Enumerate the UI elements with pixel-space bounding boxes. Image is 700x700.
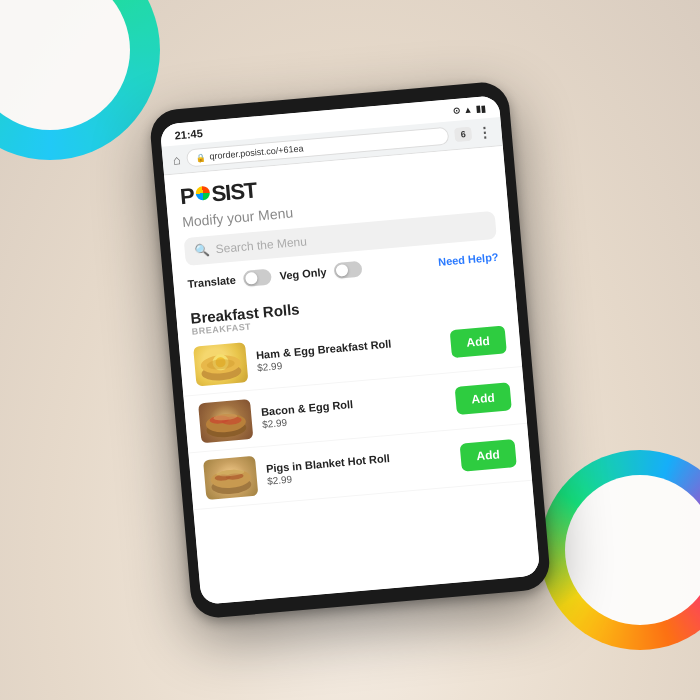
circle-tl-inner (0, 0, 130, 130)
add-button-1[interactable]: Add (449, 325, 507, 358)
logo-p: P (179, 183, 195, 210)
add-button-3[interactable]: Add (459, 439, 517, 472)
search-placeholder[interactable]: Search the Menu (215, 234, 307, 256)
more-menu-icon[interactable]: ⋮ (477, 124, 492, 141)
logo-dot-icon (195, 186, 210, 201)
tablet-screen: 21:45 ⊙ ▲ ▮▮ ⌂ 🔒 qrorder.posist.co/+61ea… (160, 95, 541, 605)
translate-toggle[interactable] (243, 269, 272, 287)
home-icon[interactable]: ⌂ (172, 152, 181, 168)
item-image-1 (193, 342, 248, 386)
veg-toggle-knob (336, 264, 349, 277)
app-content: P SIST Modify your Menu 🔍 Search the Men… (164, 146, 540, 605)
item-info-1: Ham & Egg Breakfast Roll $2.99 (256, 333, 442, 373)
need-help-link[interactable]: Need Help? (438, 251, 499, 268)
logo-rest: SIST (210, 178, 257, 208)
translate-label: Translate (187, 274, 236, 290)
tablet-wrapper: 21:45 ⊙ ▲ ▮▮ ⌂ 🔒 qrorder.posist.co/+61ea… (148, 80, 551, 619)
item-image-2 (198, 399, 253, 443)
veg-only-toggle[interactable] (334, 261, 363, 279)
lock-icon: 🔒 (195, 152, 206, 162)
search-icon: 🔍 (194, 243, 210, 258)
item-info-3: Pigs in Blanket Hot Roll $2.99 (266, 447, 452, 487)
wifi-icon: ⊙ (452, 105, 461, 116)
veg-only-label: Veg Only (279, 266, 327, 282)
signal-icon: ▲ (463, 104, 473, 115)
status-icons: ⊙ ▲ ▮▮ (452, 103, 486, 116)
item-info-2: Bacon & Egg Roll $2.99 (261, 390, 447, 430)
url-text: qrorder.posist.co/+61ea (209, 143, 304, 161)
battery-icon: ▮▮ (475, 103, 486, 114)
circle-br-inner (565, 475, 700, 625)
status-time: 21:45 (174, 127, 203, 141)
toggle-knob (245, 272, 258, 285)
item-image-3 (203, 456, 258, 500)
browser-tabs[interactable]: 6 (454, 127, 472, 142)
add-button-2[interactable]: Add (454, 382, 512, 415)
tablet-outer: 21:45 ⊙ ▲ ▮▮ ⌂ 🔒 qrorder.posist.co/+61ea… (148, 80, 551, 619)
